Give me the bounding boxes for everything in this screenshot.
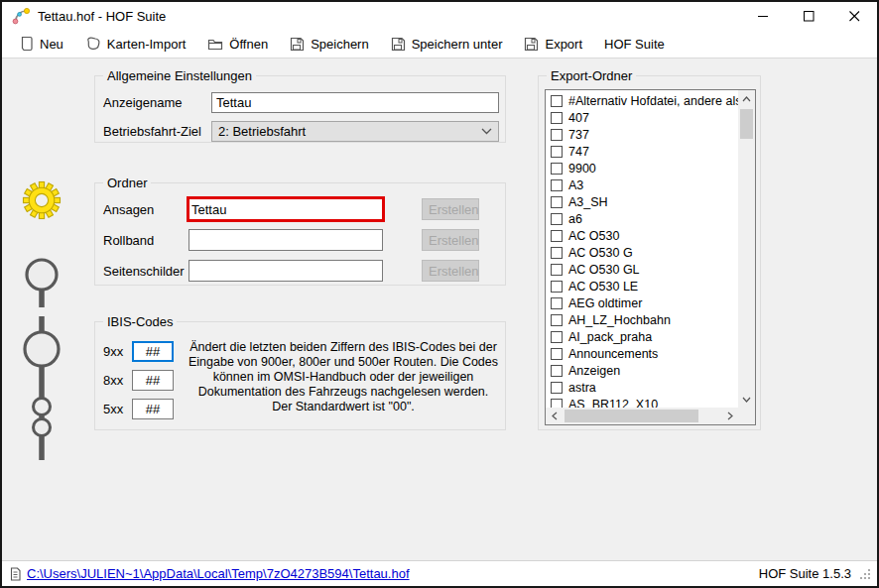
rollband-input[interactable] — [188, 229, 383, 251]
app-icon — [12, 7, 30, 25]
toolbar-speichern-unter-button[interactable]: Speichern unter — [380, 34, 514, 55]
export-folder-item[interactable]: AH_LZ_Hochbahn — [549, 311, 738, 328]
vertical-scrollbar[interactable] — [738, 90, 755, 408]
export-folder-item-label: AH_LZ_Hochbahn — [568, 313, 671, 327]
toolbar-export-button[interactable]: Export — [513, 34, 593, 55]
checkbox[interactable] — [551, 331, 563, 343]
checkbox[interactable] — [551, 264, 563, 276]
checkbox[interactable] — [551, 382, 563, 394]
export-folder-item[interactable]: AI_pack_praha — [549, 328, 738, 345]
horizontal-scrollbar[interactable] — [546, 408, 738, 424]
ibis-8xx-input[interactable] — [132, 370, 174, 391]
horizontal-scroll-thumb[interactable] — [565, 410, 698, 422]
checkbox[interactable] — [551, 146, 563, 158]
checkbox[interactable] — [551, 247, 563, 259]
app-window: Tettau.hof - HOF Suite Neu Karten-Impo — [0, 0, 879, 588]
export-folder-item-label: 9900 — [568, 162, 596, 176]
export-folder-item[interactable]: astra — [549, 379, 738, 396]
export-folder-item[interactable]: AS_BR112_X10 — [549, 396, 738, 408]
export-folder-item-label: A3 — [568, 178, 583, 192]
toolbar-hof-suite-button[interactable]: HOF Suite — [593, 34, 676, 55]
scroll-right-icon[interactable] — [721, 408, 738, 424]
close-button[interactable] — [831, 2, 877, 30]
checkbox[interactable] — [551, 129, 563, 141]
file-path-link[interactable]: C:\Users\JULIEN~1\AppData\Local\Temp\7zO… — [27, 566, 759, 581]
checkbox[interactable] — [551, 365, 563, 377]
window-title: Tettau.hof - HOF Suite — [38, 9, 740, 24]
export-folder-item[interactable]: AEG oldtimer — [549, 294, 738, 311]
export-folder-item-label: AS_BR112_X10 — [568, 398, 658, 409]
toolbar-neu-button[interactable]: Neu — [8, 33, 74, 55]
ansagen-erstellen-button[interactable]: Erstellen — [422, 198, 479, 220]
checkbox[interactable] — [551, 348, 563, 360]
toolbar-item-label: Speichern unter — [412, 37, 503, 52]
rollband-label: Rollband — [103, 233, 154, 248]
toolbar-karten-import-button[interactable]: Karten-Import — [74, 33, 196, 55]
export-folder-item-label: 737 — [568, 128, 589, 142]
checkbox[interactable] — [551, 213, 563, 225]
anzeigename-input[interactable] — [211, 92, 499, 113]
export-folder-item-label: Announcements — [568, 347, 658, 361]
group-legend: IBIS-Codes — [103, 314, 177, 329]
export-folder-item[interactable]: AC O530 — [549, 227, 738, 244]
group-legend: Allgemeine Einstellungen — [103, 68, 256, 83]
export-folder-item[interactable]: a6 — [549, 210, 738, 227]
export-folder-item[interactable]: Announcements — [549, 345, 738, 362]
rollband-erstellen-button[interactable]: Erstellen — [422, 229, 479, 251]
scroll-down-icon[interactable] — [738, 391, 755, 408]
seitenschilder-label: Seitenschilder — [103, 264, 185, 279]
export-folder-item[interactable]: AC O530 LE — [549, 278, 738, 294]
export-folder-item[interactable]: A3_SH — [549, 193, 738, 210]
export-folder-item-label: AI_pack_praha — [568, 330, 652, 344]
checkbox[interactable] — [551, 196, 563, 208]
vertical-scroll-thumb[interactable] — [740, 109, 753, 139]
document-icon — [10, 567, 21, 581]
checkbox[interactable] — [551, 314, 563, 326]
export-folder-item[interactable]: 747 — [549, 143, 738, 160]
export-folder-item-label: AC O530 — [568, 229, 619, 243]
checkbox[interactable] — [551, 230, 563, 242]
seitenschilder-input[interactable] — [188, 260, 383, 282]
betriebsfahrt-ziel-select[interactable]: 2: Betriebsfahrt — [211, 121, 499, 142]
minimize-button[interactable] — [740, 2, 786, 30]
main-content: Allgemeine Einstellungen Anzeigename Bet… — [2, 59, 877, 560]
export-folder-item[interactable]: A3 — [549, 176, 738, 193]
checkbox[interactable] — [551, 95, 563, 107]
export-folder-item-label: astra — [568, 381, 596, 395]
checkbox[interactable] — [551, 163, 563, 175]
group-ordner: Ordner Ansagen Erstellen Rollband Erstel… — [94, 182, 506, 286]
ansagen-input[interactable] — [187, 196, 385, 222]
gear-icon[interactable] — [22, 180, 62, 224]
export-folder-item[interactable]: 9900 — [549, 160, 738, 176]
toolbar-item-label: HOF Suite — [604, 37, 665, 52]
ibis-9xx-input[interactable] — [132, 341, 174, 362]
export-folder-item[interactable]: 737 — [549, 126, 738, 143]
resize-grip[interactable] — [859, 568, 871, 580]
checkbox[interactable] — [551, 297, 563, 309]
export-folder-items: #Alternativ Hofdatei, andere als Kru 407… — [546, 90, 738, 408]
export-folder-item-label: #Alternativ Hofdatei, andere als Kru — [568, 94, 738, 108]
export-folder-item-label: Anzeigen — [568, 364, 620, 378]
title-bar: Tettau.hof - HOF Suite — [2, 2, 877, 30]
export-folder-item[interactable]: AC O530 G — [549, 244, 738, 261]
export-folder-item[interactable]: 407 — [549, 109, 738, 126]
export-folder-list: #Alternativ Hofdatei, andere als Kru 407… — [545, 89, 756, 425]
scroll-up-icon[interactable] — [738, 90, 755, 107]
ibis-5xx-input[interactable] — [132, 399, 174, 419]
scroll-left-icon[interactable] — [546, 408, 563, 424]
export-folder-item[interactable]: #Alternativ Hofdatei, andere als Kru — [549, 92, 738, 109]
route-stops-icon[interactable] — [23, 255, 63, 469]
maximize-button[interactable] — [786, 2, 831, 30]
export-folder-item[interactable]: Anzeigen — [549, 362, 738, 379]
toolbar-speichern-button[interactable]: Speichern — [279, 34, 380, 55]
checkbox[interactable] — [551, 179, 563, 191]
export-folder-item-label: AC O530 G — [568, 246, 633, 260]
betriebsfahrt-ziel-label: Betriebsfahrt-Ziel — [103, 124, 201, 139]
toolbar-item-label: Export — [545, 37, 582, 52]
checkbox[interactable] — [551, 399, 563, 409]
toolbar-oeffnen-button[interactable]: Öffnen — [196, 34, 279, 55]
export-folder-item[interactable]: AC O530 GL — [549, 261, 738, 278]
seitenschilder-erstellen-button[interactable]: Erstellen — [422, 260, 479, 282]
checkbox[interactable] — [551, 281, 563, 293]
checkbox[interactable] — [551, 112, 563, 124]
